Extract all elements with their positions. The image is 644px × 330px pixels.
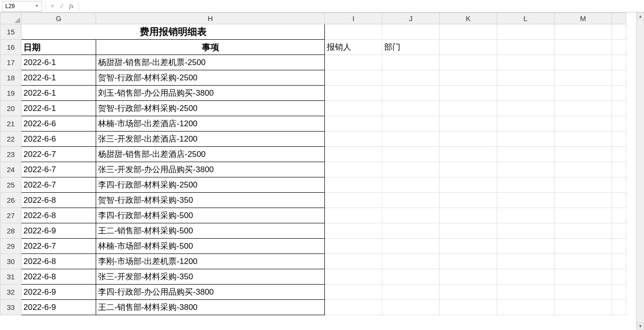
cell[interactable] [555,285,612,300]
name-box[interactable]: L29 ▼ [2,1,42,11]
cell[interactable] [612,223,626,239]
cancel-icon[interactable]: × [51,2,55,10]
cell[interactable] [325,132,382,147]
row-header-18[interactable]: 18 [0,70,22,86]
cell[interactable] [382,70,440,86]
cell[interactable] [440,177,497,193]
cell[interactable] [612,208,626,223]
cell[interactable] [612,40,626,55]
cell-date[interactable]: 2022-6-9 [22,285,96,300]
cell[interactable] [497,208,555,223]
column-header-L[interactable]: L [497,13,555,24]
cell-date[interactable]: 2022-6-6 [22,132,96,147]
cell[interactable] [612,101,626,116]
cell[interactable] [497,223,555,239]
cell[interactable] [555,132,612,147]
cell-item[interactable]: 贺智-行政部-材料采购-2500 [96,101,325,116]
cell[interactable] [440,70,497,86]
cell-item[interactable]: 李四-行政部-办公用品购买-3800 [96,285,325,300]
cell-item[interactable]: 王二-销售部-材料采购-3800 [96,300,325,315]
cell-item[interactable]: 林楠-市场部-材料采购-500 [96,239,325,254]
cell[interactable] [382,223,440,239]
cell[interactable] [382,208,440,223]
grid-container[interactable]: G H I J K L M 15 费用报销明细表 16 日 [0,12,636,330]
cell[interactable] [440,223,497,239]
row-header-25[interactable]: 25 [0,177,22,193]
row-header-32[interactable]: 32 [0,285,22,300]
cell[interactable] [325,101,382,116]
cell[interactable] [325,269,382,285]
cell[interactable] [555,162,612,177]
cell[interactable] [612,55,626,70]
name-box-dropdown-icon[interactable]: ▼ [35,4,39,8]
select-all-corner[interactable] [0,13,22,24]
column-header-I[interactable]: I [325,13,382,24]
cell[interactable] [325,24,382,40]
cell[interactable] [612,300,626,315]
row-header-21[interactable]: 21 [0,116,22,132]
cell[interactable] [612,269,626,285]
title-cell[interactable]: 费用报销明细表 [22,24,325,40]
row-header-31[interactable]: 31 [0,269,22,285]
cell[interactable] [612,239,626,254]
vertical-scrollbar[interactable]: ▲ ▼ [636,12,644,330]
cell-date[interactable]: 2022-6-7 [22,239,96,254]
cell[interactable] [440,86,497,101]
cell[interactable] [325,177,382,193]
cell[interactable] [612,193,626,208]
scroll-down-icon[interactable]: ▼ [637,322,644,330]
cell[interactable] [555,70,612,86]
cell[interactable] [555,223,612,239]
confirm-icon[interactable]: ✓ [59,2,65,10]
cell[interactable] [555,86,612,101]
cell[interactable] [325,147,382,162]
cell[interactable] [612,132,626,147]
cell-date[interactable]: 2022-6-8 [22,254,96,269]
header-item[interactable]: 事项 [96,40,325,55]
row-header-27[interactable]: 27 [0,208,22,223]
header-date[interactable]: 日期 [22,40,96,55]
cell-item[interactable]: 张三-开发部-办公用品购买-3800 [96,162,325,177]
cell[interactable] [497,193,555,208]
cell[interactable] [497,86,555,101]
cell[interactable] [325,162,382,177]
formula-input[interactable] [78,1,644,11]
row-header-26[interactable]: 26 [0,193,22,208]
cell-item[interactable]: 杨甜甜-销售部-出差酒店-2500 [96,147,325,162]
cell-date[interactable]: 2022-6-9 [22,223,96,239]
cell[interactable] [612,70,626,86]
cell[interactable] [555,193,612,208]
row-header-15[interactable]: 15 [0,24,22,40]
cell-date[interactable]: 2022-6-8 [22,193,96,208]
row-header-33[interactable]: 33 [0,300,22,315]
cell-item[interactable]: 张三-开发部-材料采购-350 [96,269,325,285]
cell[interactable] [440,239,497,254]
cell[interactable] [440,208,497,223]
column-header-partial[interactable] [612,13,626,24]
cell[interactable] [382,116,440,132]
cell[interactable] [325,86,382,101]
cell-item[interactable]: 贺智-行政部-材料采购-2500 [96,70,325,86]
cell[interactable] [382,162,440,177]
cell[interactable] [440,132,497,147]
cell[interactable] [325,116,382,132]
cell-item[interactable]: 贺智-行政部-材料采购-350 [96,193,325,208]
cell[interactable] [497,269,555,285]
cell[interactable] [382,300,440,315]
cell-item[interactable]: 李四-行政部-材料采购-500 [96,208,325,223]
cell[interactable] [382,55,440,70]
cell[interactable] [612,147,626,162]
cell[interactable] [440,269,497,285]
cell-item[interactable]: 林楠-市场部-出差酒店-1200 [96,116,325,132]
cell-date[interactable]: 2022-6-1 [22,55,96,70]
cell[interactable] [555,40,612,55]
column-header-K[interactable]: K [440,13,497,24]
row-header-22[interactable]: 22 [0,132,22,147]
cell-date[interactable]: 2022-6-1 [22,70,96,86]
cell[interactable] [382,132,440,147]
cell[interactable] [612,285,626,300]
cell[interactable] [497,24,555,40]
cell[interactable] [440,147,497,162]
cell[interactable] [555,147,612,162]
cell[interactable] [440,40,497,55]
